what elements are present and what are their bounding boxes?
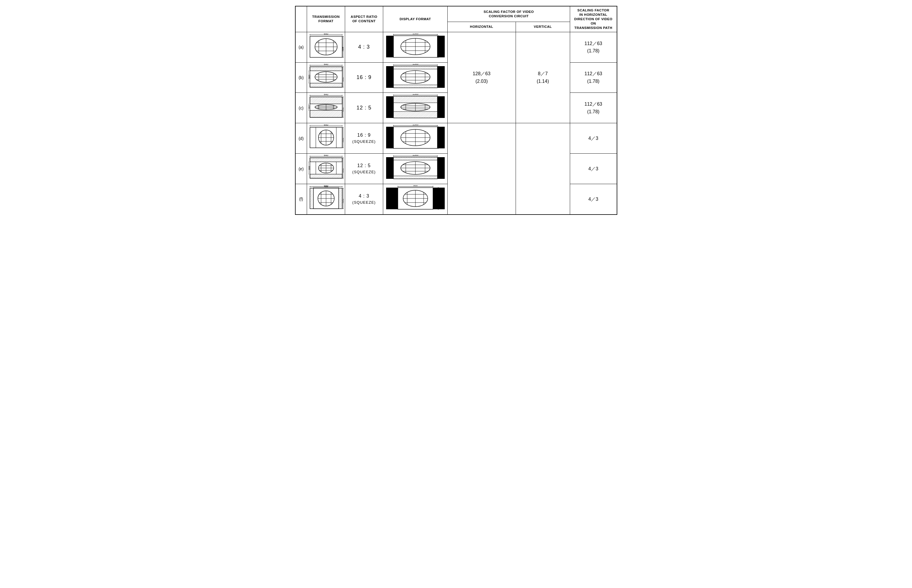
- scaling-horizontal-def: [448, 123, 516, 215]
- svg-rect-195: [394, 176, 437, 179]
- svg-rect-83: [310, 110, 342, 117]
- display-diagram-f: 980 480: [383, 184, 448, 215]
- scaling-vertical-def: [516, 123, 570, 215]
- display-diagram-b: 1300 411: [383, 62, 448, 93]
- scaling-horizontal-abc: 128／63(2.03): [448, 32, 516, 123]
- scaling-path-f: 4／3: [570, 184, 617, 215]
- aspect-a: 4 : 3: [345, 32, 383, 62]
- svg-rect-106: [386, 96, 394, 118]
- table-row: (d) 640: [295, 123, 617, 153]
- scaling-vertical-abc: 8／7(1.14): [516, 32, 570, 123]
- row-label-d: (d): [295, 123, 307, 153]
- scaling-path-d: 4／3: [570, 123, 617, 153]
- header-horizontal: HORIZONTAL: [448, 22, 516, 32]
- aspect-e: 12 : 5(SQUEEZE): [345, 153, 383, 184]
- header-transmission-format: TRANSMISSIONFORMAT: [307, 6, 345, 32]
- svg-text:267: 267: [308, 105, 311, 109]
- svg-text:480: 480: [342, 107, 343, 112]
- row-label-e: (e): [295, 153, 307, 184]
- header-scaling-path: SCALING FACTORIN HORIZONTALDIRECTION OF …: [570, 6, 617, 32]
- svg-text:1300: 1300: [412, 64, 418, 65]
- svg-rect-110: [394, 111, 437, 118]
- svg-rect-82: [310, 97, 342, 104]
- svg-text:355: 355: [308, 166, 311, 170]
- svg-text:480: 480: [342, 138, 343, 142]
- header-vertical: VERTICAL: [516, 22, 570, 32]
- transmission-diagram-b: 640 360 480: [307, 62, 345, 93]
- transmission-diagram-c: 640 267 480: [307, 93, 345, 123]
- row-label-b: (b): [295, 62, 307, 93]
- svg-rect-59: [386, 66, 394, 88]
- svg-text:640: 640: [324, 124, 328, 126]
- svg-text:480: 480: [439, 136, 443, 139]
- svg-rect-191: [386, 157, 394, 179]
- svg-text:405: 405: [439, 167, 443, 170]
- aspect-f: 4 : 3(SQUEEZE): [345, 184, 383, 215]
- svg-text:480: 480: [342, 168, 343, 173]
- svg-rect-34: [310, 67, 342, 71]
- svg-text:980: 980: [413, 185, 418, 187]
- svg-rect-237: [386, 187, 398, 209]
- svg-text:480: 480: [342, 77, 343, 82]
- table-wrapper: TRANSMISSIONFORMAT ASPECT RATIOOF CONTEN…: [295, 6, 617, 215]
- scaling-path-e: 4／3: [570, 153, 617, 184]
- svg-rect-63: [394, 85, 437, 88]
- svg-text:640: 640: [324, 155, 328, 157]
- svg-text:1300: 1300: [412, 124, 418, 126]
- svg-rect-109: [394, 96, 437, 103]
- display-diagram-e: 1300 405: [383, 153, 448, 184]
- row-label-f: (f): [295, 184, 307, 215]
- transmission-diagram-a: 640 480: [307, 32, 345, 62]
- display-diagram-d: 1300 480: [383, 123, 448, 153]
- svg-rect-35: [310, 83, 342, 87]
- svg-rect-16: [386, 36, 394, 57]
- svg-text:1300: 1300: [412, 155, 418, 156]
- aspect-d: 16 : 9(SQUEEZE): [345, 123, 383, 153]
- aspect-c: 12 : 5: [345, 93, 383, 123]
- svg-text:640: 640: [324, 33, 328, 35]
- svg-rect-194: [394, 157, 437, 160]
- svg-rect-62: [394, 66, 437, 69]
- main-table: TRANSMISSIONFORMAT ASPECT RATIOOF CONTEN…: [295, 6, 617, 215]
- header-scaling-video: SCALING FACTOR OF VIDEOCONVERSION CIRCUI…: [448, 6, 570, 22]
- header-display-format: DISPLAY FORMAT: [383, 6, 448, 32]
- svg-rect-165: [310, 158, 342, 162]
- transmission-diagram-f: 640 480 480: [307, 184, 345, 215]
- svg-rect-215: [310, 188, 313, 209]
- svg-text:411: 411: [439, 76, 443, 79]
- svg-rect-216: [339, 188, 342, 209]
- header-aspect-ratio: ASPECT RATIOOF CONTENT: [345, 6, 383, 32]
- scaling-path-c: 112／63(1.78): [570, 93, 617, 123]
- transmission-diagram-d: 640 480: [307, 123, 345, 153]
- display-diagram-c: 1300 305: [383, 93, 448, 123]
- display-diagram-a: 1300 480: [383, 32, 448, 62]
- svg-text:480: 480: [342, 199, 343, 203]
- svg-text:640: 640: [324, 94, 328, 96]
- transmission-diagram-e: 640 355 480: [307, 153, 345, 184]
- table-row: (a) 640 480: [295, 32, 617, 62]
- svg-text:1300: 1300: [412, 33, 418, 35]
- row-label-c: (c): [295, 93, 307, 123]
- svg-rect-166: [310, 174, 342, 178]
- svg-text:480: 480: [342, 47, 343, 51]
- scaling-path-a: 112／63(1.78): [570, 32, 617, 62]
- header-empty: [295, 6, 307, 32]
- svg-text:1300: 1300: [412, 94, 418, 95]
- svg-text:480: 480: [438, 45, 443, 48]
- scaling-path-b: 112／63(1.78): [570, 62, 617, 93]
- svg-text:480: 480: [324, 185, 328, 188]
- aspect-b: 16 : 9: [345, 62, 383, 93]
- svg-rect-146: [386, 127, 394, 149]
- svg-text:360: 360: [308, 74, 311, 79]
- svg-text:305: 305: [439, 106, 443, 108]
- svg-text:640: 640: [324, 64, 328, 66]
- row-label-a: (a): [295, 32, 307, 62]
- svg-text:480: 480: [439, 197, 443, 200]
